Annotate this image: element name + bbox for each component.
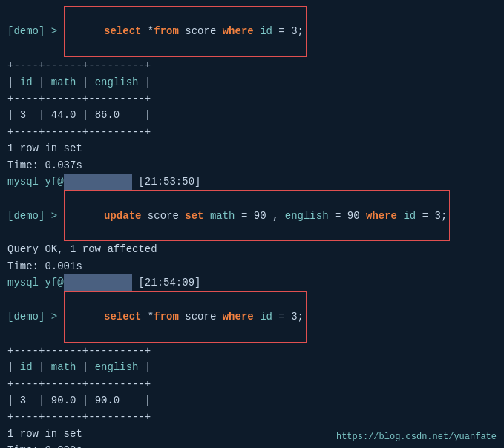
col-math-header-1: math (51, 74, 76, 90)
col-english-header-1: english (95, 74, 139, 90)
info-row-count-1: 1 row in set (7, 140, 497, 157)
table-border-bot-2: +----+------+---------+ (7, 409, 497, 425)
col-math-2: math (210, 210, 235, 222)
col-id-1: id (260, 25, 272, 37)
kw-where-2: where (366, 210, 397, 222)
col-id-2: id (403, 210, 416, 222)
kw-select-3: select (104, 311, 141, 323)
watermark: https://blog.csdn.net/yuanfate (336, 432, 497, 442)
kw-where-3: where (223, 311, 254, 323)
info-time-1: Time: 0.037s (7, 157, 497, 174)
prompt-prefix-2: [demo] > (7, 208, 64, 224)
table-header-2: | id | math | english | (7, 359, 497, 375)
command-line-1: [demo] > select *from score where id = 3… (7, 6, 497, 57)
kw-set: set (185, 210, 203, 222)
masked-host-1 (64, 174, 132, 190)
command-box-2: update score set math = 90 , english = 9… (64, 190, 451, 241)
kw-update: update (104, 210, 141, 222)
col-english-header-2: english (95, 359, 139, 375)
info-time-2: Time: 0.001s (7, 258, 497, 274)
command-line-3: [demo] > select *from score where id = 3… (7, 291, 497, 343)
col-id-header-2: id (20, 359, 33, 375)
mysql-prompt-1: mysql yf@ [21:53:50] (7, 174, 497, 190)
col-id-3: id (260, 311, 272, 323)
mysql-prompt-2: mysql yf@ [21:54:09] (7, 274, 497, 291)
val-3-1: 3 (291, 25, 297, 37)
table-data-row-2: | 3 | 90.0 | 90.0 | (7, 392, 497, 409)
command-line-2: [demo] > update score set math = 90 , en… (7, 190, 497, 241)
terminal: [demo] > select *from score where id = 3… (0, 0, 504, 448)
masked-host-2 (64, 274, 132, 291)
col-math-header-2: math (51, 359, 76, 375)
command-box-1: select *from score where id = 3; (64, 6, 307, 57)
col-id-header-1: id (20, 74, 33, 90)
kw-from-1: from (154, 25, 179, 37)
table-border-top-2: +----+------+---------+ (7, 343, 497, 359)
info-query-ok: Query OK, 1 row affected (7, 241, 497, 257)
kw-where-1: where (223, 25, 254, 37)
kw-from-3: from (154, 311, 179, 323)
prompt-prefix-3: [demo] > (7, 309, 64, 325)
kw-select-1: select (104, 25, 141, 37)
table-border-mid-2: +----+------+---------+ (7, 376, 497, 392)
table-border-mid-1: +----+------+---------+ (7, 90, 497, 107)
col-english-2: english (285, 210, 329, 222)
table-header-1: | id | math | english | (7, 74, 497, 90)
table-border-top-1: +----+------+---------+ (7, 57, 497, 73)
info-time-3: Time: 0.029s (7, 442, 497, 448)
command-box-3: select *from score where id = 3; (64, 291, 307, 343)
table-border-bot-1: +----+------+---------+ (7, 124, 497, 140)
val-3-3: 3 (291, 311, 297, 323)
table-data-row-1: | 3 | 44.0 | 86.0 | (7, 107, 497, 123)
prompt-prefix-1: [demo] > (7, 23, 64, 39)
